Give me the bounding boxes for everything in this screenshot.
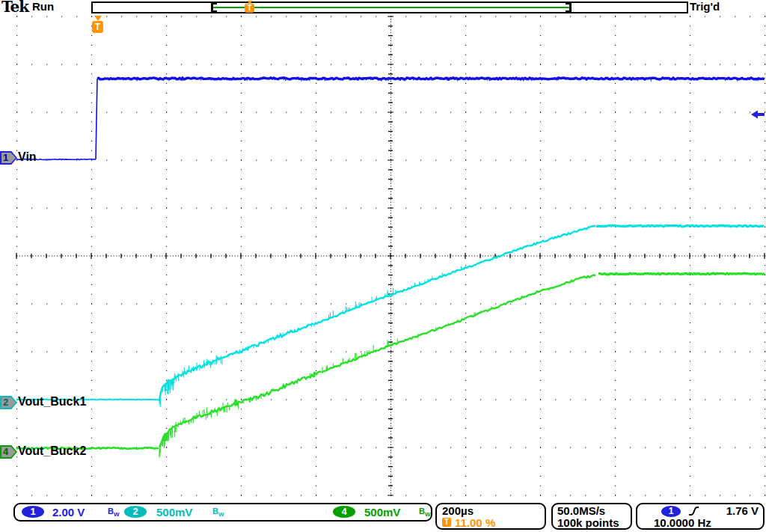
channel4-badge: 4 bbox=[333, 506, 355, 518]
waveform-vout_buck1 bbox=[314, 226, 595, 325]
channel2-label: Vout_Buck1 bbox=[18, 395, 86, 409]
channel1-label: Vin bbox=[18, 150, 37, 164]
channel4-number: 4 bbox=[3, 446, 8, 457]
waveform-vout_buck2 bbox=[598, 273, 765, 275]
trigger-t-icon: T bbox=[442, 518, 451, 527]
waveform-vout_buck1 bbox=[596, 225, 764, 227]
trigger-frequency: 10.0000 Hz bbox=[654, 516, 711, 529]
trigger-position-marker: T bbox=[92, 16, 104, 33]
channel4-ground-flag: 4 bbox=[0, 445, 17, 459]
channel1-scale: 2.00 V bbox=[52, 506, 85, 519]
channel4-scale: 500mV bbox=[364, 506, 400, 519]
trigger-level: 1.76 V bbox=[726, 504, 759, 517]
trigger-readout-box: 1 1.76 V 10.0000 Hz bbox=[636, 503, 765, 530]
waveform-vin bbox=[96, 79, 97, 159]
channel1-number: 1 bbox=[3, 152, 8, 163]
waveform-vout_buck1 bbox=[159, 324, 313, 402]
trigger-source-badge: 1 bbox=[661, 506, 681, 517]
trigger-triangle-icon bbox=[94, 16, 102, 21]
channel2-badge: 2 bbox=[124, 506, 147, 518]
oscilloscope-screen: Tek Run T Trig'd T 1 Vin 2 Vout_Buck1 4 … bbox=[0, 0, 766, 532]
channel1-bandwidth-icon: BW bbox=[108, 507, 120, 518]
waveform-noise-vout_buck2 bbox=[175, 399, 239, 432]
channel4-label: Vout_Buck2 bbox=[18, 444, 86, 458]
waveform-vin bbox=[97, 78, 765, 79]
channel1-badge: 1 bbox=[22, 506, 44, 518]
channel2-number: 2 bbox=[3, 397, 8, 408]
channel4-bandwidth-icon: BW bbox=[419, 507, 431, 518]
rising-slope-icon bbox=[687, 505, 700, 517]
channel-readout-box: 1 2.00 V BW 2 500mV BW 4 500mV BW bbox=[13, 503, 432, 522]
trigger-t-icon: T bbox=[92, 21, 103, 33]
record-length: 100k points bbox=[557, 516, 619, 529]
sample-rate: 50.0MS/s bbox=[557, 504, 605, 517]
channel2-scale: 500mV bbox=[156, 506, 192, 519]
waveform-vout_buck2 bbox=[322, 275, 595, 373]
timebase-scale: 200µs bbox=[442, 504, 474, 517]
trigger-level-arrow-icon bbox=[751, 111, 765, 119]
graticule-waveform-area bbox=[0, 0, 766, 532]
waveform-noise-vout_buck1 bbox=[174, 355, 222, 384]
channel2-bandwidth-icon: BW bbox=[212, 507, 224, 518]
timebase-readout-box: 200µs T 11.00 % bbox=[435, 503, 546, 530]
acquisition-readout-box: 50.0MS/s 100k points bbox=[551, 503, 632, 530]
channel1-ground-flag: 1 bbox=[0, 151, 17, 165]
channel2-ground-flag: 2 bbox=[0, 396, 17, 409]
trigger-position-percent: 11.00 % bbox=[455, 516, 495, 529]
